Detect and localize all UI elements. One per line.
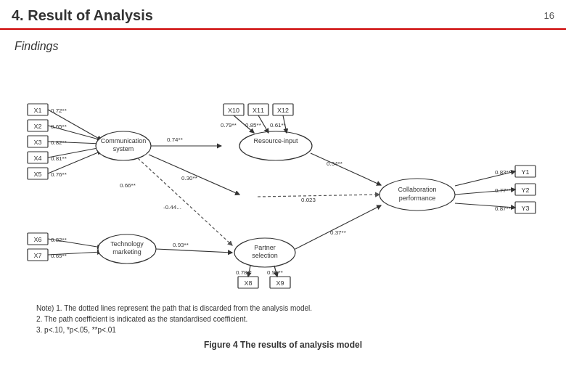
svg-text:X2: X2 bbox=[33, 123, 41, 130]
svg-line-76 bbox=[258, 195, 380, 197]
svg-text:X12: X12 bbox=[277, 107, 289, 114]
notes-area: Note) 1. The dotted lines represent the … bbox=[15, 303, 551, 335]
note-line2: 2. The path coefficient is indicated as … bbox=[36, 314, 551, 324]
svg-text:0.93**: 0.93** bbox=[173, 242, 189, 248]
svg-text:Resource-input: Resource-input bbox=[253, 137, 298, 144]
svg-line-45 bbox=[48, 239, 102, 248]
svg-text:0.61**: 0.61** bbox=[270, 122, 286, 128]
svg-text:Partner: Partner bbox=[254, 244, 276, 251]
svg-text:selection: selection bbox=[252, 252, 278, 259]
svg-text:0.30**: 0.30** bbox=[181, 175, 197, 181]
svg-line-50 bbox=[156, 249, 232, 253]
figure-caption: Figure 4 The results of analysis model bbox=[15, 340, 551, 350]
svg-text:X3: X3 bbox=[33, 139, 41, 146]
svg-line-18 bbox=[48, 147, 102, 158]
content-area: Findings .box { fill: white; stroke: #33… bbox=[0, 30, 566, 360]
note-line1: Note) 1. The dotted lines represent the … bbox=[36, 303, 551, 314]
svg-text:Y3: Y3 bbox=[521, 205, 529, 212]
svg-point-34 bbox=[239, 131, 312, 160]
svg-text:performance: performance bbox=[399, 195, 436, 202]
svg-line-70 bbox=[138, 158, 232, 245]
svg-text:X6: X6 bbox=[33, 236, 41, 243]
svg-text:0.76**: 0.76** bbox=[51, 171, 67, 178]
page-title: 4. Result of Analysis bbox=[12, 7, 153, 24]
svg-text:0.79**: 0.79** bbox=[221, 122, 237, 128]
svg-text:Communication: Communication bbox=[101, 137, 147, 144]
svg-text:0.96**: 0.96** bbox=[267, 269, 283, 276]
svg-text:marketing: marketing bbox=[112, 248, 142, 256]
svg-text:X10: X10 bbox=[228, 107, 239, 114]
svg-text:system: system bbox=[113, 145, 134, 152]
svg-line-16 bbox=[48, 126, 102, 140]
svg-text:X4: X4 bbox=[33, 155, 41, 162]
page-number: 16 bbox=[544, 10, 554, 21]
svg-text:Y1: Y1 bbox=[521, 168, 529, 176]
figure-caption-bold: Figure 4 bbox=[204, 340, 238, 350]
svg-text:-0.44...: -0.44... bbox=[163, 204, 181, 211]
svg-text:0.74**: 0.74** bbox=[167, 136, 183, 143]
svg-text:0.66**: 0.66** bbox=[120, 182, 136, 189]
diagram-area: .box { fill: white; stroke: #333; stroke… bbox=[15, 60, 551, 300]
svg-text:X5: X5 bbox=[33, 171, 41, 178]
svg-text:Y2: Y2 bbox=[521, 187, 529, 194]
svg-text:X8: X8 bbox=[244, 279, 252, 287]
svg-text:0.023: 0.023 bbox=[301, 197, 316, 203]
page-header: 4. Result of Analysis 16 bbox=[0, 0, 566, 30]
note-line3: 3. p<.10, *p<.05, **p<.01 bbox=[36, 324, 551, 335]
svg-text:0.54**: 0.54** bbox=[327, 160, 343, 167]
svg-text:X1: X1 bbox=[33, 107, 41, 114]
svg-text:X11: X11 bbox=[253, 107, 264, 114]
diagram-svg: .box { fill: white; stroke: #333; stroke… bbox=[15, 60, 551, 300]
svg-text:X9: X9 bbox=[276, 279, 284, 287]
findings-title: Findings bbox=[15, 40, 551, 53]
svg-line-68 bbox=[295, 205, 381, 249]
svg-text:Collaboration: Collaboration bbox=[398, 186, 436, 193]
svg-line-66 bbox=[311, 153, 381, 185]
figure-caption-text: The results of analysis model bbox=[238, 340, 362, 350]
svg-text:0.37**: 0.37** bbox=[330, 229, 346, 236]
svg-line-86 bbox=[455, 171, 515, 186]
svg-text:Technology: Technology bbox=[110, 240, 144, 248]
svg-text:X7: X7 bbox=[33, 252, 41, 259]
svg-line-19 bbox=[48, 151, 102, 173]
